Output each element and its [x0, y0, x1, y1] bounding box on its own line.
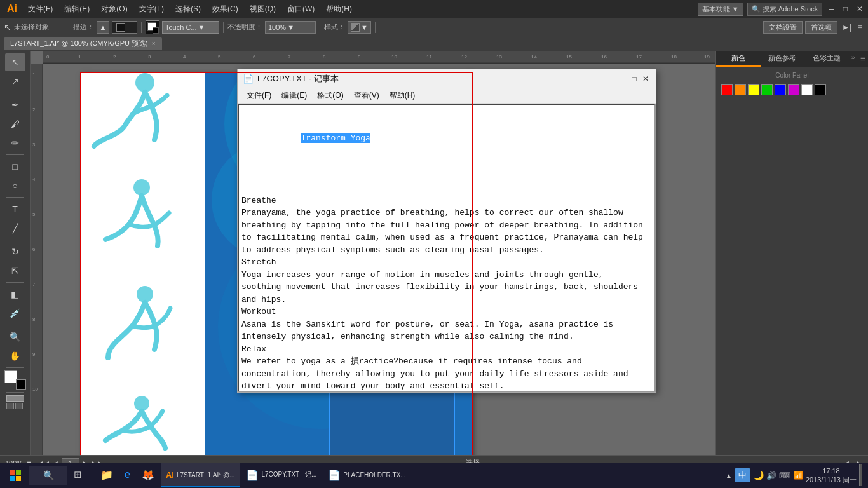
swatch-purple[interactable] [788, 84, 799, 95]
touch-label: Touch C... [165, 24, 197, 31]
fill-swatch[interactable] [4, 370, 17, 383]
swatch-yellow[interactable] [748, 84, 759, 95]
swatch-blue[interactable] [775, 84, 786, 95]
taskbar-placeholder[interactable]: 📄 PLACEHOLDER.TX... [323, 463, 410, 487]
menu-effect[interactable]: 效果(C) [207, 3, 243, 16]
notepad-menu-edit[interactable]: 编辑(E) [276, 89, 312, 102]
preview-view[interactable] [15, 403, 23, 409]
menu-window[interactable]: 窗口(W) [282, 3, 320, 16]
touch-dropdown[interactable]: Touch C... ▼ [162, 21, 219, 34]
window-minimize[interactable]: ─ [826, 4, 837, 13]
svg-text:18: 18 [671, 54, 677, 60]
type-tool[interactable]: T [5, 200, 25, 218]
taskbar-placeholder-label: PLACEHOLDER.TX... [343, 471, 405, 478]
notepad-content[interactable]: Transform Yoga Breathe Pranayama, the yo… [238, 104, 656, 392]
draw-mode[interactable] [6, 395, 24, 402]
notepad-minimize-btn[interactable]: ─ [618, 74, 628, 84]
notepad-maximize-btn[interactable]: □ [629, 74, 639, 84]
pen-tool[interactable]: ✒ [5, 96, 25, 114]
window-close[interactable]: ✕ [854, 4, 865, 13]
stroke-selector[interactable] [112, 21, 137, 34]
window-restore[interactable]: □ [841, 4, 850, 13]
tab-label: L7START_1.AI* @ 100% (CMYK/GPU 预选) [10, 39, 148, 48]
line-tool[interactable]: ╱ [5, 219, 25, 237]
taskbar-firefox[interactable]: 🦊 [137, 463, 159, 487]
notepad-taskbar-icon: 📄 [246, 469, 259, 481]
menu-help[interactable]: 帮助(H) [321, 3, 357, 16]
tray-network[interactable]: 📶 [794, 471, 803, 480]
align-icon[interactable]: ►| [840, 23, 853, 32]
taskbar-explorer[interactable]: 📁 [95, 463, 118, 487]
start-button[interactable] [3, 463, 28, 487]
tray-speaker[interactable]: 🔊 [766, 471, 776, 480]
notepad-menu-help[interactable]: 帮助(H) [384, 89, 421, 102]
stroke-label: 描边： [73, 22, 94, 32]
fill-color-box[interactable] [146, 20, 159, 34]
swatch-red[interactable] [721, 84, 733, 95]
panel-menu-icon[interactable]: ≡ [858, 51, 868, 67]
taskbar-notepad[interactable]: 📄 L7COPY.TXT - 记... [241, 463, 322, 487]
style-selector[interactable]: ▼ [348, 21, 371, 34]
tab-color[interactable]: 颜色 [716, 51, 761, 67]
notepad-menu-file[interactable]: 文件(F) [241, 89, 276, 102]
taskview-btn[interactable]: ⊞ [69, 463, 94, 487]
rotate-tool[interactable]: ↻ [5, 243, 25, 261]
opacity-selector[interactable]: 100% ▼ [265, 21, 316, 34]
stroke-swatch[interactable] [16, 379, 26, 390]
shape-tool[interactable]: □ [5, 158, 25, 175]
taskbar-search[interactable]: 🔍 [29, 466, 67, 485]
tray-expand[interactable]: ▲ [726, 472, 732, 479]
tray-keyboard[interactable]: ⌨ [779, 471, 791, 480]
swatch-black[interactable] [815, 84, 826, 95]
menu-edit[interactable]: 编辑(E) [59, 3, 95, 16]
tab-color-guide[interactable]: 颜色参考 [761, 51, 805, 67]
panel-tabs: 颜色 颜色参考 色彩主题 » ≡ [716, 51, 868, 67]
placeholder-taskbar-icon: 📄 [328, 469, 341, 481]
svg-rect-42 [16, 470, 21, 475]
normal-view[interactable] [6, 403, 14, 409]
svg-text:10: 10 [32, 386, 38, 392]
right-panel: 颜色 颜色参考 色彩主题 » ≡ Color Panel [715, 51, 868, 455]
scale-tool[interactable]: ⇱ [5, 262, 25, 280]
menu-view[interactable]: 视图(Q) [245, 3, 281, 16]
ellipse-tool[interactable]: ○ [5, 177, 25, 194]
canvas-area[interactable]: 0 1 2 3 4 5 6 7 8 9 10 11 12 13 14 15 16… [31, 51, 715, 455]
taskbar-illustrator[interactable]: Ai L7START_1.AI* @... [161, 463, 240, 487]
menu-file[interactable]: 文件(F) [23, 3, 58, 16]
panel-expand-btn[interactable]: » [849, 51, 858, 67]
ime-indicator[interactable]: 中 [735, 468, 750, 482]
notepad-close-btn[interactable]: ✕ [641, 74, 651, 84]
svg-text:5: 5 [32, 212, 36, 217]
hand-tool[interactable]: ✋ [5, 347, 25, 365]
tab-color-themes[interactable]: 色彩主题 [804, 51, 849, 67]
zoom-tool[interactable]: 🔍 [5, 328, 25, 346]
more-icon[interactable]: ≡ [856, 23, 864, 32]
app-logo: Ai [3, 3, 22, 15]
swatch-green[interactable] [761, 84, 773, 95]
direct-select-tool[interactable]: ↗ [5, 72, 25, 90]
menu-object[interactable]: 对象(O) [96, 3, 132, 16]
brush-tool[interactable]: 🖌 [5, 115, 25, 133]
explorer-icon: 📁 [100, 469, 113, 481]
system-clock[interactable]: 17:18 2013/11/13 周一 [806, 466, 857, 485]
notepad-menu-view[interactable]: 查看(V) [349, 89, 384, 102]
notepad-menu-format[interactable]: 格式(O) [312, 89, 348, 102]
tab-close-btn[interactable]: × [152, 40, 156, 47]
gradient-tool[interactable]: ◧ [5, 285, 25, 303]
search-stock[interactable]: 🔍 搜索 Adobe Stock [747, 3, 823, 16]
select-tool[interactable]: ↖ [5, 53, 25, 71]
menu-select[interactable]: 选择(S) [170, 3, 206, 16]
stroke-up-btn[interactable]: ▲ [97, 21, 109, 34]
preferences-btn[interactable]: 首选项 [805, 21, 837, 34]
pencil-tool[interactable]: ✏ [5, 134, 25, 152]
doc-setup-btn[interactable]: 文档设置 [763, 21, 803, 34]
svg-text:16: 16 [601, 54, 607, 60]
swatch-orange[interactable] [735, 84, 746, 95]
basics-dropdown[interactable]: 基本功能 ▼ [698, 3, 743, 16]
show-desktop-btn[interactable] [859, 464, 862, 486]
swatch-white[interactable] [801, 84, 813, 95]
menu-text[interactable]: 文字(T) [134, 3, 169, 16]
document-tab[interactable]: L7START_1.AI* @ 100% (CMYK/GPU 预选) × [4, 37, 162, 50]
taskbar-ie[interactable]: e [119, 463, 135, 487]
eyedropper-tool[interactable]: 💉 [5, 304, 25, 322]
